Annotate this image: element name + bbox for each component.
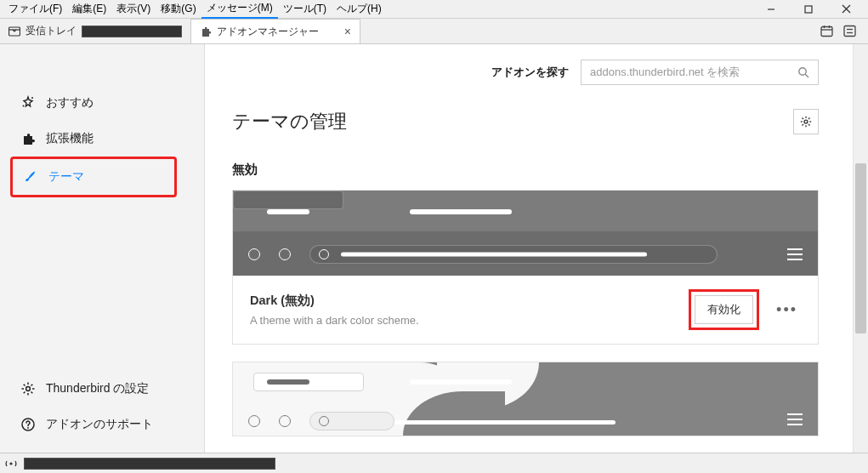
themes-settings-button[interactable] (793, 109, 819, 134)
tab-bar: 受信トレイ アドオンマネージャー × (0, 19, 868, 44)
menu-tools[interactable]: ツール(T) (278, 0, 332, 18)
svg-point-36 (9, 462, 12, 464)
page-title-row: テーマの管理 (232, 109, 819, 134)
svg-point-27 (804, 120, 808, 123)
tab-addon-label: アドオンマネージャー (217, 25, 319, 39)
more-options-dark[interactable]: ••• (773, 301, 801, 319)
app-body: おすすめ 拡張機能 テーマ Thunderbird の設定 (0, 44, 868, 453)
hamburger-icon (787, 413, 803, 425)
sidebar-label-extensions: 拡張機能 (46, 131, 94, 146)
section-disabled-label: 無効 (232, 162, 819, 178)
svg-line-20 (31, 392, 33, 394)
status-bar (0, 453, 868, 473)
tab-inbox[interactable]: 受信トレイ (0, 19, 190, 43)
svg-line-19 (24, 385, 26, 386)
search-input[interactable]: addons.thunderbird.net を検索 (581, 60, 819, 85)
svg-line-22 (31, 385, 33, 386)
sidebar-item-support[interactable]: アドオンのサポート (10, 407, 194, 442)
svg-rect-9 (844, 26, 855, 37)
theme-preview-dark (233, 191, 818, 276)
redacted-status (24, 458, 275, 470)
sidebar-item-settings[interactable]: Thunderbird の設定 (10, 371, 194, 407)
svg-rect-5 (821, 27, 832, 37)
theme-desc-dark: A theme with a dark color scheme. (250, 314, 675, 327)
toolbar-right (808, 19, 868, 43)
search-row: アドオンを探す addons.thunderbird.net を検索 (232, 60, 819, 85)
menu-edit[interactable]: 編集(E) (67, 0, 111, 18)
svg-line-34 (803, 124, 803, 125)
sidebar-item-extensions[interactable]: 拡張機能 (10, 121, 194, 157)
theme-preview-light (233, 362, 818, 436)
redacted-account (82, 26, 182, 37)
scrollbar-thumb[interactable] (855, 163, 866, 333)
menu-go[interactable]: 移動(G) (156, 0, 201, 18)
sparkle-icon (20, 95, 36, 111)
svg-point-25 (799, 68, 806, 75)
menu-view[interactable]: 表示(V) (111, 0, 156, 18)
tab-inbox-label: 受信トレイ (26, 24, 77, 38)
enable-button-dark[interactable]: 有効化 (695, 295, 753, 324)
menubar: ファイル(F) 編集(E) 表示(V) 移動(G) メッセージ(M) ツール(T… (0, 0, 868, 19)
hamburger-icon (787, 248, 803, 260)
sidebar-label-settings: Thunderbird の設定 (46, 381, 149, 396)
tasks-icon[interactable] (843, 25, 856, 37)
tab-addon-manager[interactable]: アドオンマネージャー × (190, 19, 360, 43)
puzzle-piece-icon (20, 131, 36, 146)
svg-line-21 (24, 392, 26, 394)
svg-point-24 (27, 427, 29, 429)
theme-card-light (232, 362, 819, 436)
help-icon (20, 417, 36, 432)
svg-line-35 (808, 118, 809, 119)
sidebar-label-recommend: おすすめ (46, 95, 94, 111)
close-button[interactable] (827, 0, 865, 19)
search-placeholder: addons.thunderbird.net を検索 (590, 65, 740, 80)
theme-card-dark: Dark (無効) A theme with a dark color sche… (232, 190, 819, 345)
svg-line-26 (805, 74, 808, 77)
window-controls (752, 0, 865, 19)
gear-icon (20, 381, 36, 396)
theme-title-dark: Dark (無効) (250, 293, 675, 309)
search-icon (797, 66, 809, 78)
svg-line-32 (803, 118, 803, 119)
brush-icon (23, 169, 38, 185)
menu-message[interactable]: メッセージ(M) (201, 0, 278, 19)
sidebar-item-recommend[interactable]: おすすめ (10, 85, 194, 121)
search-label: アドオンを探す (491, 65, 569, 80)
sidebar-label-themes: テーマ (48, 169, 84, 185)
calendar-icon[interactable] (820, 25, 833, 37)
svg-line-33 (808, 124, 809, 125)
svg-point-13 (23, 105, 25, 107)
maximize-button[interactable] (790, 0, 827, 19)
sidebar-label-support: アドオンのサポート (46, 417, 153, 432)
menu-help[interactable]: ヘルプ(H) (332, 0, 387, 18)
sidebar-item-themes[interactable]: テーマ (10, 157, 177, 197)
svg-point-12 (31, 97, 33, 99)
menu-file[interactable]: ファイル(F) (3, 0, 67, 18)
svg-point-14 (26, 387, 31, 391)
enable-highlight-box: 有効化 (689, 289, 759, 330)
content-area: アドオンを探す addons.thunderbird.net を検索 テーマの管… (205, 44, 868, 453)
sidebar: おすすめ 拡張機能 テーマ Thunderbird の設定 (0, 44, 205, 453)
svg-rect-1 (805, 6, 812, 13)
connection-icon (5, 459, 17, 469)
puzzle-icon (200, 26, 212, 37)
minimize-button[interactable] (752, 0, 790, 19)
inbox-icon (9, 26, 20, 37)
scrollbar[interactable] (853, 44, 868, 453)
page-title: テーマの管理 (232, 109, 347, 134)
tab-close-button[interactable]: × (344, 25, 351, 38)
